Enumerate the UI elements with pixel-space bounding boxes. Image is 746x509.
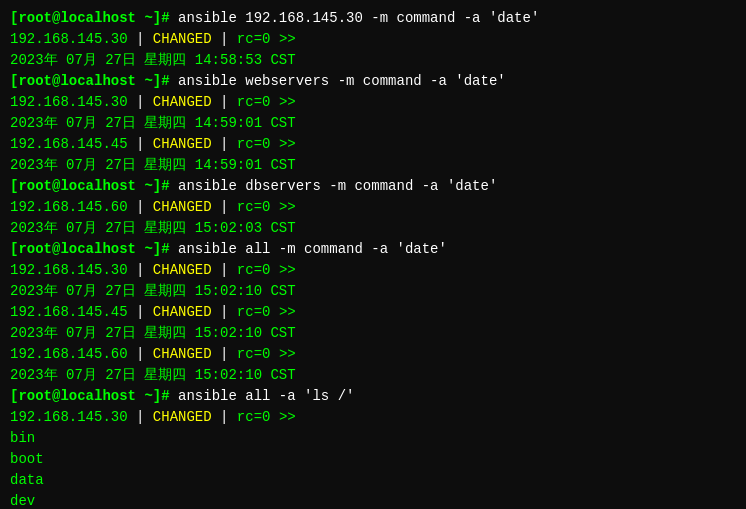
terminal-line: 192.168.145.45 | CHANGED | rc=0 >> <box>10 302 736 323</box>
changed-status: CHANGED <box>144 262 220 278</box>
plain-output: bin <box>10 428 736 449</box>
command-text: ansible all -m command -a 'date' <box>170 241 447 257</box>
date-output: 2023年 07月 27日 星期四 14:58:53 CST <box>10 50 736 71</box>
plain-output: data <box>10 470 736 491</box>
date-output: 2023年 07月 27日 星期四 15:02:10 CST <box>10 365 736 386</box>
output-ip: 192.168.145.30 <box>10 262 136 278</box>
output-ip: 192.168.145.30 <box>10 409 136 425</box>
prompt: [root@localhost ~]# <box>10 10 170 26</box>
prompt: [root@localhost ~]# <box>10 73 170 89</box>
rc-value: rc=0 >> <box>228 262 295 278</box>
rc-value: rc=0 >> <box>228 346 295 362</box>
terminal-line: 192.168.145.30 | CHANGED | rc=0 >> <box>10 260 736 281</box>
output-ip: 192.168.145.30 <box>10 31 136 47</box>
terminal-line: 192.168.145.45 | CHANGED | rc=0 >> <box>10 134 736 155</box>
plain-output: boot <box>10 449 736 470</box>
date-output: 2023年 07月 27日 星期四 14:59:01 CST <box>10 113 736 134</box>
terminal-line: 192.168.145.30 | CHANGED | rc=0 >> <box>10 29 736 50</box>
terminal-line: [root@localhost ~]# ansible all -a 'ls /… <box>10 386 736 407</box>
rc-value: rc=0 >> <box>228 304 295 320</box>
date-output: 2023年 07月 27日 星期四 15:02:10 CST <box>10 281 736 302</box>
prompt: [root@localhost ~]# <box>10 388 170 404</box>
changed-status: CHANGED <box>144 94 220 110</box>
date-output: 2023年 07月 27日 星期四 14:59:01 CST <box>10 155 736 176</box>
plain-output: dev <box>10 491 736 509</box>
output-ip: 192.168.145.60 <box>10 346 136 362</box>
terminal-line: [root@localhost ~]# ansible webservers -… <box>10 71 736 92</box>
terminal: [root@localhost ~]# ansible 192.168.145.… <box>10 8 736 501</box>
rc-value: rc=0 >> <box>228 94 295 110</box>
changed-status: CHANGED <box>144 31 220 47</box>
prompt: [root@localhost ~]# <box>10 178 170 194</box>
prompt: [root@localhost ~]# <box>10 241 170 257</box>
terminal-line: [root@localhost ~]# ansible 192.168.145.… <box>10 8 736 29</box>
command-text: ansible 192.168.145.30 -m command -a 'da… <box>170 10 540 26</box>
rc-value: rc=0 >> <box>228 199 295 215</box>
date-output: 2023年 07月 27日 星期四 15:02:03 CST <box>10 218 736 239</box>
output-ip: 192.168.145.30 <box>10 94 136 110</box>
command-text: ansible webservers -m command -a 'date' <box>170 73 506 89</box>
changed-status: CHANGED <box>144 199 220 215</box>
rc-value: rc=0 >> <box>228 136 295 152</box>
changed-status: CHANGED <box>144 304 220 320</box>
terminal-line: 192.168.145.60 | CHANGED | rc=0 >> <box>10 344 736 365</box>
command-text: ansible dbservers -m command -a 'date' <box>170 178 498 194</box>
command-text: ansible all -a 'ls /' <box>170 388 355 404</box>
terminal-line: [root@localhost ~]# ansible dbservers -m… <box>10 176 736 197</box>
output-ip: 192.168.145.60 <box>10 199 136 215</box>
changed-status: CHANGED <box>144 136 220 152</box>
output-ip: 192.168.145.45 <box>10 304 136 320</box>
changed-status: CHANGED <box>144 409 220 425</box>
changed-status: CHANGED <box>144 346 220 362</box>
terminal-line: 192.168.145.60 | CHANGED | rc=0 >> <box>10 197 736 218</box>
rc-value: rc=0 >> <box>228 409 295 425</box>
terminal-line: 192.168.145.30 | CHANGED | rc=0 >> <box>10 407 736 428</box>
rc-value: rc=0 >> <box>228 31 295 47</box>
output-ip: 192.168.145.45 <box>10 136 136 152</box>
terminal-line: 192.168.145.30 | CHANGED | rc=0 >> <box>10 92 736 113</box>
date-output: 2023年 07月 27日 星期四 15:02:10 CST <box>10 323 736 344</box>
terminal-line: [root@localhost ~]# ansible all -m comma… <box>10 239 736 260</box>
